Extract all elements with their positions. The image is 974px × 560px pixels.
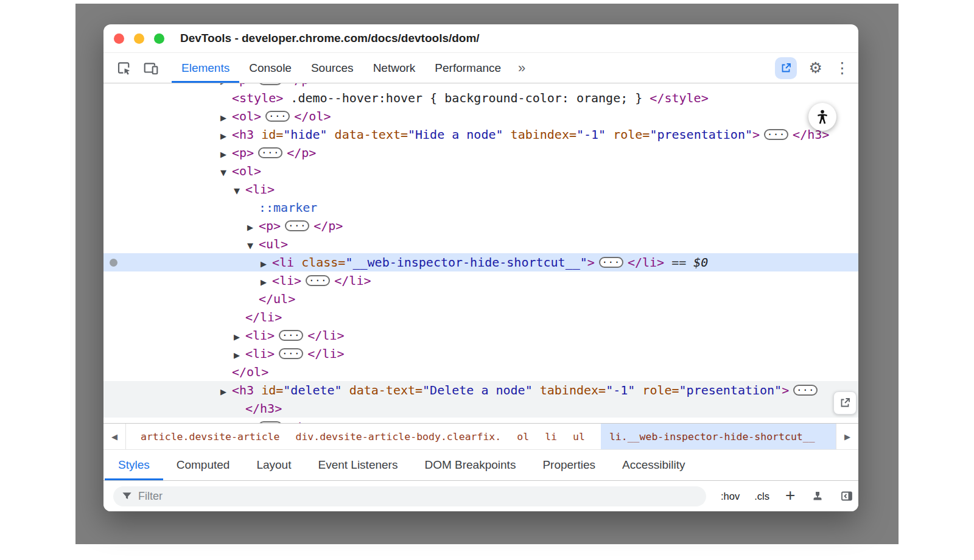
code-tag: <p>	[232, 145, 254, 160]
tree-row[interactable]: ▶<p>···</p>	[103, 217, 858, 235]
tree-row[interactable]: ▶<h3 id="hide" data-text="Hide a node" t…	[103, 125, 858, 144]
close-window-button[interactable]	[114, 33, 124, 44]
code-tag: <p>	[259, 219, 281, 233]
minimize-window-button[interactable]	[134, 33, 144, 44]
popout-highlight-icon[interactable]	[775, 57, 797, 79]
code-text: .demo--hover:hover { background-color: o…	[283, 91, 650, 105]
tree-row[interactable]: ▼<ul>	[103, 235, 858, 253]
expand-arrow[interactable]: ▼	[247, 237, 259, 255]
expand-arrow[interactable]: ▶	[220, 383, 232, 401]
breadcrumb-item[interactable]: ol	[517, 424, 529, 449]
ellipsis-pill[interactable]: ···	[258, 83, 282, 85]
tree-row[interactable]: </ul>	[103, 290, 858, 308]
popout-floating-button[interactable]	[833, 391, 857, 415]
tree-row[interactable]: ▶<li>···</li>	[103, 271, 858, 290]
tree-row[interactable]: </h3>	[103, 399, 858, 418]
ellipsis-pill[interactable]: ···	[306, 275, 330, 286]
code-tag: <ul>	[259, 237, 288, 251]
toggle-sidebar-icon[interactable]	[840, 489, 853, 503]
sidebar-tab-accessibility[interactable]: Accessibility	[609, 450, 698, 480]
ellipsis-pill[interactable]: ···	[599, 257, 623, 268]
tree-row[interactable]: ▶<p>···</p>	[103, 144, 858, 162]
elements-panel: ▶<p>···</p><style> .demo--hover:hover { …	[103, 83, 858, 423]
window-title: DevTools - developer.chrome.com/docs/dev…	[180, 32, 480, 45]
code-tag: </ul>	[259, 292, 295, 306]
expand-arrow[interactable]: ▶	[261, 255, 272, 273]
zoom-window-button[interactable]	[154, 33, 164, 44]
code-tag: <li>	[272, 273, 301, 288]
code-attr: role=	[606, 127, 650, 142]
sidebar-tab-computed[interactable]: Computed	[163, 450, 244, 480]
ellipsis-pill[interactable]: ···	[793, 385, 818, 396]
more-tabs-icon[interactable]: »	[511, 53, 533, 83]
breadcrumb-item[interactable]: li	[545, 424, 557, 449]
tree-row[interactable]: ▼<li>	[103, 180, 858, 198]
tree-row[interactable]: <style> .demo--hover:hover { background-…	[103, 89, 858, 107]
tree-row[interactable]: ▼<ol>	[103, 162, 858, 180]
element-states-icon[interactable]	[811, 489, 824, 503]
breadcrumb-scroll-left[interactable]: ◀	[103, 424, 126, 449]
breadcrumb-item[interactable]: div.devsite-article-body.clearfix.	[295, 424, 501, 449]
toggle-element-state-hov[interactable]: :hov	[721, 491, 740, 502]
ellipsis-pill[interactable]: ···	[279, 348, 303, 359]
expand-arrow[interactable]: ▶	[220, 127, 232, 145]
code-tag: </li>	[334, 273, 371, 288]
inspect-element-icon[interactable]	[114, 53, 134, 83]
breadcrumb-item[interactable]: li.__web-inspector-hide-shortcut__	[601, 424, 836, 449]
tree-row[interactable]: </li>	[103, 308, 858, 326]
code-tag: <ol>	[232, 164, 261, 178]
ellipsis-pill[interactable]: ···	[258, 421, 282, 423]
toggle-element-classes-cls[interactable]: .cls	[754, 491, 769, 502]
sidebar-tab-dom-breakpoints[interactable]: DOM Breakpoints	[411, 450, 529, 480]
filter-input[interactable]: Filter	[113, 486, 706, 506]
code-attr: data-text=	[328, 127, 408, 142]
ellipsis-pill[interactable]: ···	[265, 111, 290, 122]
tree-row[interactable]: ▶<h3 id="delete" data-text="Delete a nod…	[103, 381, 858, 399]
device-toolbar-icon[interactable]	[141, 53, 161, 83]
sidebar-tab-styles[interactable]: Styles	[105, 450, 163, 480]
tree-row[interactable]: ▶<li class="__web-inspector-hide-shortcu…	[103, 253, 858, 271]
ellipsis-pill[interactable]: ···	[279, 330, 303, 341]
expand-arrow[interactable]: ▶	[234, 328, 245, 346]
ellipsis-pill[interactable]: ···	[258, 147, 282, 158]
code-tag: <p>	[232, 419, 254, 423]
sidebar-tab-event-listeners[interactable]: Event Listeners	[304, 450, 411, 480]
menu-kebab-icon[interactable]: ⋮	[835, 60, 850, 75]
popout-icon	[839, 397, 851, 409]
tab-network[interactable]: Network	[363, 53, 426, 83]
breadcrumb-item[interactable]: ul	[573, 424, 585, 449]
tree-row[interactable]: ▶<li>···</li>	[103, 326, 858, 345]
expand-arrow[interactable]: ▶	[220, 419, 232, 423]
expand-arrow[interactable]: ▶	[247, 219, 259, 237]
settings-icon[interactable]: ⚙	[809, 60, 822, 75]
tree-row[interactable]: ▶<ol>···</ol>	[103, 107, 858, 125]
new-style-rule-button[interactable]: +	[785, 487, 795, 504]
code-value: "hide"	[283, 127, 327, 142]
code-tag: >	[587, 255, 595, 270]
expand-arrow[interactable]: ▼	[234, 182, 245, 200]
tab-sources[interactable]: Sources	[301, 53, 363, 83]
tree-row[interactable]: ▶<li>···</li>	[103, 345, 858, 363]
ellipsis-pill[interactable]: ···	[285, 220, 309, 231]
code-tag: <style>	[232, 91, 283, 105]
code-tag: <p>	[232, 83, 254, 87]
tree-row[interactable]: ▶<p>···</p>	[103, 418, 858, 423]
tree-row[interactable]: ▶<p>···</p>	[103, 83, 858, 89]
ellipsis-pill[interactable]: ···	[764, 129, 788, 140]
expand-arrow[interactable]: ▶	[220, 145, 232, 164]
sidebar-tab-properties[interactable]: Properties	[529, 450, 609, 480]
accessibility-cursor-button[interactable]	[808, 103, 836, 131]
tab-console[interactable]: Console	[239, 53, 301, 83]
breadcrumb-scroll-right[interactable]: ▶	[836, 424, 858, 449]
sidebar-tab-layout[interactable]: Layout	[243, 450, 304, 480]
expand-arrow[interactable]: ▼	[220, 164, 232, 182]
tree-row[interactable]: </ol>	[103, 363, 858, 381]
tree-row[interactable]: ::marker	[103, 198, 858, 217]
tab-elements[interactable]: Elements	[172, 53, 239, 83]
expand-arrow[interactable]: ▶	[234, 346, 245, 365]
panel-tabs: ElementsConsoleSourcesNetworkPerformance	[172, 53, 511, 83]
breadcrumb-item[interactable]: article.devsite-article	[141, 424, 279, 449]
expand-arrow[interactable]: ▶	[261, 273, 272, 292]
tab-performance[interactable]: Performance	[425, 53, 511, 83]
expand-arrow[interactable]: ▶	[220, 109, 232, 127]
